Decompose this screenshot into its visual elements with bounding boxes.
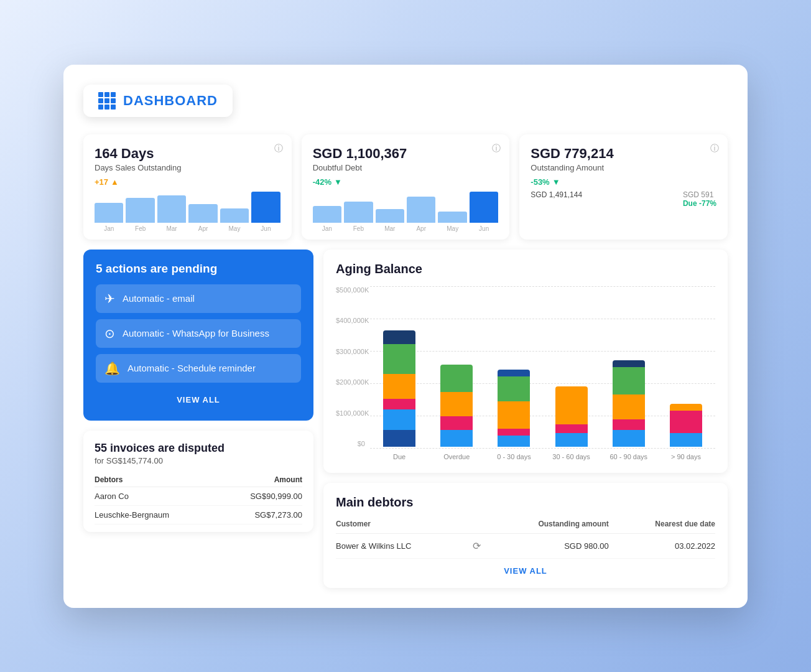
bar-segment: [383, 409, 415, 430]
view-all-actions-button[interactable]: VIEW ALL: [96, 391, 301, 408]
doubtful-value: SGD 1,100,367: [313, 146, 499, 162]
mini-chart-label: Apr: [188, 225, 217, 232]
doubtful-chart-labels: JanFebMarAprMayJun: [313, 225, 499, 232]
debtor-customer: Bower & Wilkins LLC: [336, 533, 470, 558]
mini-bar: [407, 197, 435, 223]
disputes-subtitle: for SG$145,774.00: [95, 456, 302, 465]
x-label: Due: [375, 453, 424, 460]
info-icon-doubtful[interactable]: ⓘ: [492, 143, 501, 154]
bar-segment: [383, 374, 415, 399]
bar-segment: [383, 430, 415, 446]
debtor-due-date: 03.02.2022: [609, 533, 715, 558]
bar-segment: [498, 401, 530, 429]
dso-chart-labels: JanFebMarAprMayJun: [95, 225, 280, 232]
bell-icon: 🔔: [104, 361, 120, 376]
y-label: $400,000K: [336, 317, 370, 324]
bar-segment: [498, 376, 530, 401]
dso-label: Days Sales Outstanding: [95, 163, 280, 172]
bar-group: [432, 286, 481, 447]
doubtful-chart: [313, 192, 499, 223]
bar-segment: [498, 436, 530, 447]
debtor-name: Aaron Co: [95, 487, 217, 505]
mini-chart-label: May: [220, 225, 249, 232]
disputes-title: 55 invoices are disputed: [95, 442, 302, 455]
x-label: Overdue: [432, 453, 481, 460]
mini-bar: [220, 208, 249, 223]
mini-chart-label: Jan: [313, 225, 341, 232]
debtors-card: Main debtors Customer Oustanding amount …: [323, 483, 728, 588]
debtor-refresh-icon[interactable]: ⟳: [470, 533, 484, 558]
aging-card: Aging Balance $500,000K$400,000K$300,000…: [323, 250, 728, 473]
bar-segment: [383, 399, 415, 410]
mini-bar: [313, 206, 341, 222]
bar-segment: [555, 433, 588, 447]
chart-y-labels: $500,000K$400,000K$300,000K$200,000K$100…: [336, 286, 370, 448]
debtor-row: Bower & Wilkins LLC ⟳ SGD 980.00 03.02.2…: [336, 533, 715, 558]
bar-segment: [383, 330, 415, 344]
view-all-debtors-button[interactable]: VIEW ALL: [336, 566, 715, 576]
mini-bar: [344, 202, 373, 222]
bar-group: [489, 286, 538, 447]
bar-segment: [670, 411, 702, 432]
col-amount: Amount: [217, 473, 302, 487]
bar-segment: [670, 404, 702, 411]
bar-segment: [440, 430, 473, 446]
y-label: $100,000K: [336, 409, 370, 417]
mini-chart-label: Feb: [344, 225, 373, 232]
right-col: Aging Balance $500,000K$400,000K$300,000…: [323, 250, 728, 588]
col-outstanding-amount: Oustanding amount: [484, 517, 609, 534]
mini-bar: [376, 209, 404, 222]
debtor-name: Leuschke-Bergnaum: [95, 505, 217, 524]
stat-card-doubtful: ⓘ SGD 1,100,367 Doubtful Debt -42% ▼ Jan…: [302, 134, 510, 240]
y-label: $300,000K: [336, 348, 370, 355]
mini-chart-label: Mar: [157, 225, 186, 232]
bar-segment: [498, 370, 530, 376]
info-icon-dso[interactable]: ⓘ: [274, 143, 283, 154]
action-label-schedule: Automatic - Schedule reminder: [127, 363, 256, 373]
bar-segment: [498, 429, 530, 436]
action-label-email: Automatic - email: [123, 293, 195, 304]
dashboard-title-box: DASHBOARD: [83, 85, 233, 117]
y-label: $500,000K: [336, 286, 370, 294]
action-item-email[interactable]: ✈ Automatic - email: [96, 284, 301, 313]
doubtful-change: -42% ▼: [313, 177, 499, 187]
left-col: 5 actions are pending ✈ Automatic - emai…: [83, 250, 313, 588]
dso-chart: [95, 192, 280, 223]
outstanding-footer: SGD 1,491,144 SGD 591 Due -77%: [531, 190, 716, 208]
whatsapp-icon: ⊙: [104, 326, 115, 341]
grid-icon: [98, 92, 116, 110]
col-debtors: Debtors: [95, 473, 217, 487]
dso-change: +17 ▲: [95, 177, 280, 187]
action-item-schedule[interactable]: 🔔 Automatic - Schedule reminder: [96, 354, 301, 383]
bar-stack: [440, 365, 473, 447]
bar-stack: [670, 404, 702, 446]
info-icon-outstanding[interactable]: ⓘ: [710, 143, 719, 154]
bar-stack: [613, 360, 645, 447]
debtors-title: Main debtors: [336, 495, 715, 510]
debtor-amount: SG$90,999.00: [217, 487, 302, 505]
x-label: 60 - 90 days: [605, 453, 653, 460]
bar-segment: [440, 365, 473, 392]
x-label: 30 - 60 days: [547, 453, 596, 460]
x-label: > 90 days: [662, 453, 710, 460]
aging-title: Aging Balance: [336, 262, 715, 276]
mini-bar: [251, 192, 280, 223]
aging-chart-container: $500,000K$400,000K$300,000K$200,000K$100…: [336, 286, 715, 460]
outstanding-change: -53% ▼: [531, 177, 716, 187]
y-label: $0: [336, 440, 370, 447]
bar-stack: [555, 386, 588, 447]
footer-left: SGD 1,491,144: [531, 190, 582, 208]
mini-bar: [470, 192, 498, 223]
debtor-outstanding: SGD 980.00: [484, 533, 609, 558]
debtor-amount: SG$7,273.00: [217, 505, 302, 524]
bar-segment: [440, 416, 473, 430]
y-label: $200,000K: [336, 378, 370, 386]
col-customer: Customer: [336, 517, 470, 534]
mini-chart-label: May: [438, 225, 466, 232]
bar-segment: [440, 392, 473, 417]
mini-chart-label: Mar: [376, 225, 404, 232]
disputes-row: Aaron CoSG$90,999.00: [95, 487, 302, 505]
action-item-whatsapp[interactable]: ⊙ Automatic - WhatsApp for Business: [96, 319, 301, 348]
bar-segment: [613, 367, 645, 394]
actions-title: 5 actions are pending: [96, 262, 301, 276]
